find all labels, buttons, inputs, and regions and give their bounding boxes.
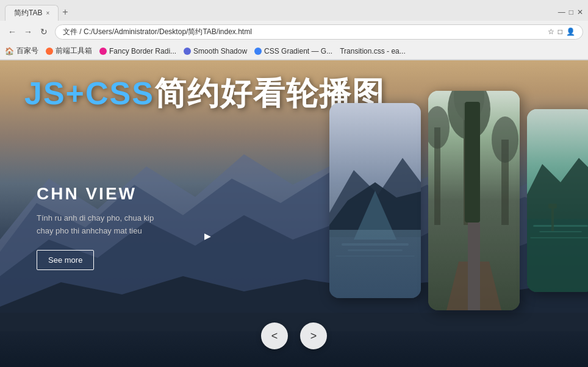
active-tab[interactable]: 简约TAB × — [5, 5, 59, 21]
svg-rect-25 — [533, 225, 588, 227]
back-button[interactable]: ← — [5, 24, 20, 39]
bookmark-label: CSS Gradient — G... — [264, 47, 332, 55]
svg-rect-26 — [539, 231, 582, 232]
slide-left-content: CHN VIEW Tính ru anh di chay pho, chua k… — [37, 184, 171, 270]
bookmark-smooth[interactable]: Smooth Shadow — [184, 47, 247, 55]
slide-card-3[interactable] — [527, 109, 588, 292]
main-content: JS+CSS简约好看轮播图 CHN VIEW Tính ru anh di ch… — [0, 60, 588, 367]
svg-rect-24 — [527, 219, 588, 292]
maximize-button[interactable]: □ — [569, 8, 573, 16]
card-image-1 — [329, 103, 421, 298]
baijia-icon: 🏠 — [5, 47, 14, 55]
bookmark-baijia[interactable]: 🏠 百家号 — [5, 46, 38, 56]
bookmark-fancyborder[interactable]: Fancy Border Radi... — [99, 47, 176, 55]
svg-rect-10 — [348, 249, 403, 251]
card-image-3 — [527, 109, 588, 292]
bookmarks-bar: 🏠 百家号 前端工具箱 Fancy Border Radi... Smooth … — [0, 43, 588, 60]
slide-card-2[interactable] — [428, 91, 520, 310]
svg-rect-27 — [530, 237, 588, 238]
tools-dot — [46, 48, 53, 55]
image-cards — [329, 91, 588, 310]
tab-close-button[interactable]: × — [46, 10, 49, 16]
chn-view-heading: CHN VIEW — [37, 184, 171, 204]
navigation-arrows: < > — [261, 322, 327, 349]
forward-button[interactable]: → — [21, 24, 35, 39]
address-text: 文件 / C:/Users/Administrator/Desktop/简约TA… — [63, 27, 544, 37]
svg-rect-13 — [464, 103, 475, 225]
svg-rect-29 — [548, 204, 557, 208]
cssgradient-dot — [254, 48, 262, 55]
smooth-dot — [184, 48, 191, 55]
nav-buttons: ← → ↻ — [5, 24, 51, 39]
bookmark-cssgradient[interactable]: CSS Gradient — G... — [254, 47, 332, 55]
address-icons: ☆ □ 👤 — [548, 27, 575, 36]
shield-icon: □ — [558, 27, 562, 36]
bookmark-label: Smooth Shadow — [193, 47, 247, 55]
hero-title-prefix: JS+CSS — [24, 76, 154, 111]
fancy-dot — [99, 48, 107, 55]
minimize-button[interactable]: — — [558, 8, 565, 16]
close-window-button[interactable]: ✕ — [577, 8, 583, 16]
slide-card-1[interactable] — [329, 103, 421, 298]
slide-description: Tính ru anh di chay pho, chua kip chay p… — [37, 212, 171, 238]
star-icon[interactable]: ☆ — [548, 27, 554, 36]
card-image-2 — [428, 91, 520, 310]
bookmark-label: 百家号 — [16, 46, 38, 56]
bookmark-label: Fancy Border Radi... — [109, 47, 176, 55]
svg-rect-11 — [335, 255, 415, 257]
prev-button[interactable]: < — [261, 322, 288, 349]
profile-icon[interactable]: 👤 — [566, 27, 575, 36]
svg-rect-9 — [342, 243, 409, 246]
svg-rect-8 — [329, 237, 421, 298]
bookmark-label: 前端工具箱 — [56, 46, 92, 56]
cursor-indicator: ▶ — [204, 231, 212, 241]
browser-chrome: 简约TAB × + — □ ✕ ← → ↻ 文件 / C:/Users/Admi… — [0, 0, 588, 60]
svg-rect-28 — [551, 207, 554, 231]
bookmark-tools[interactable]: 前端工具箱 — [46, 46, 92, 56]
refresh-button[interactable]: ↻ — [37, 24, 51, 39]
tab-label: 简约TAB — [14, 8, 42, 18]
see-more-button[interactable]: See more — [37, 250, 94, 270]
address-bar-row: ← → ↻ 文件 / C:/Users/Administrator/Deskto… — [0, 21, 588, 43]
address-box[interactable]: 文件 / C:/Users/Administrator/Desktop/简约TA… — [55, 24, 583, 40]
svg-rect-21 — [428, 91, 520, 310]
next-button[interactable]: > — [300, 322, 327, 349]
bookmark-transition[interactable]: Transition.css - ea... — [340, 47, 406, 55]
bookmark-label: Transition.css - ea... — [340, 47, 406, 55]
tab-bar: 简约TAB × + — □ ✕ — [0, 0, 588, 21]
new-tab-button[interactable]: + — [59, 7, 71, 18]
